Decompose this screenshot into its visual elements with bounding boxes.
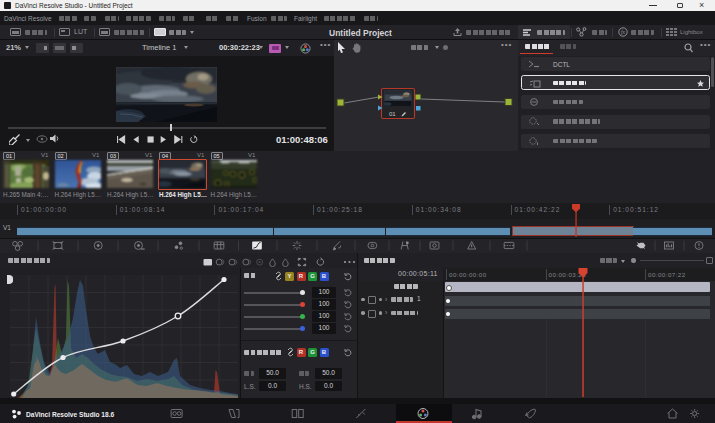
svg-text:01: 01 xyxy=(389,111,396,117)
svg-text:fx: fx xyxy=(621,29,626,35)
